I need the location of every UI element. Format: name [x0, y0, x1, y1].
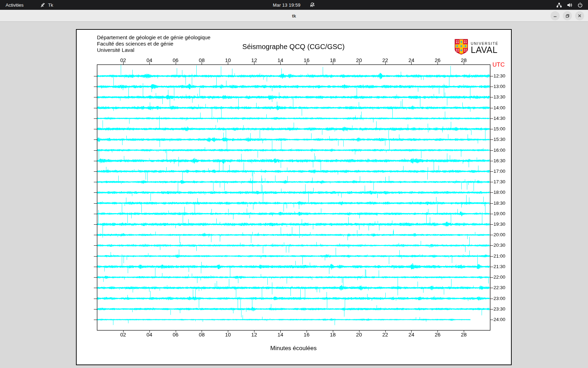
window-titlebar[interactable]: tk [0, 10, 588, 22]
time-row-label: 19:30 [493, 222, 505, 227]
time-row-label: 17:30 [493, 179, 505, 184]
x-tick-label-bottom: 28 [457, 332, 470, 338]
time-row-label: 21:00 [493, 253, 505, 259]
address-line-1: Département de géologie et de génie géol… [97, 34, 210, 41]
plot-title: Séismographe QCQ (CGC/GSC) [97, 43, 490, 51]
time-row-label: 15:30 [493, 137, 505, 142]
x-tick-label-bottom: 08 [195, 332, 208, 338]
seismograph-plot [77, 30, 511, 364]
time-row-label: 15:00 [493, 126, 505, 131]
x-tick-label-bottom: 26 [431, 332, 444, 338]
x-tick-label-top: 16 [300, 57, 313, 63]
time-row-label: 19:00 [493, 211, 505, 216]
time-row-label: 16:30 [493, 158, 505, 163]
x-tick-label-bottom: 14 [274, 332, 287, 338]
clock-area[interactable]: Mar 13 19:59 [273, 0, 315, 10]
time-row-label: 18:00 [493, 190, 505, 195]
window-title: tk [0, 10, 588, 22]
x-tick-label-top: 02 [117, 57, 130, 63]
bell-slash-icon [310, 2, 315, 8]
minimize-button[interactable] [551, 11, 560, 20]
time-row-label: 20:30 [493, 243, 505, 248]
seismograph-canvas-frame: Département de géologie et de génie géol… [76, 29, 512, 365]
tk-app-label: Tk [48, 2, 53, 8]
time-row-label: 17:00 [493, 169, 505, 174]
x-tick-label-top: 22 [379, 57, 392, 63]
x-tick-label-bottom: 20 [352, 332, 366, 338]
x-tick-label-top: 12 [247, 57, 261, 63]
time-row-label: 21:30 [493, 264, 505, 269]
tk-feather-icon [40, 2, 46, 8]
time-row-label: 14:30 [493, 116, 505, 121]
time-row-label: 22:30 [493, 285, 505, 290]
time-row-label: 12:30 [493, 73, 505, 79]
x-tick-label-top: 26 [431, 57, 444, 63]
top-bar: Activities Tk Mar 13 19:59 [0, 0, 588, 10]
time-row-label: 24:00 [493, 317, 505, 322]
volume-icon[interactable] [567, 2, 573, 8]
time-row-label: 22:00 [493, 274, 505, 280]
x-tick-label-top: 06 [169, 57, 182, 63]
close-button[interactable] [575, 11, 584, 20]
x-tick-label-top: 28 [457, 57, 470, 63]
x-tick-label-bottom: 10 [221, 332, 234, 338]
time-row-label: 23:00 [493, 296, 505, 301]
clock[interactable]: Mar 13 19:59 [273, 2, 300, 8]
x-tick-label-top: 04 [143, 57, 156, 63]
x-tick-label-top: 18 [326, 57, 340, 63]
power-icon[interactable] [577, 2, 583, 8]
x-tick-label-bottom: 16 [300, 332, 313, 338]
x-tick-label-bottom: 22 [379, 332, 392, 338]
logo-laval-text: LAVAL [471, 46, 498, 54]
tk-window-content: Département de géologie et de génie géol… [0, 22, 588, 368]
x-tick-label-top: 24 [405, 57, 418, 63]
laval-shield-icon [455, 39, 468, 56]
x-tick-label-top: 14 [274, 57, 287, 63]
x-tick-label-bottom: 12 [247, 332, 261, 338]
activities-button[interactable]: Activities [0, 0, 29, 10]
x-tick-label-top: 20 [352, 57, 366, 63]
time-row-label: 16:00 [493, 148, 505, 153]
utc-label: UTC [492, 61, 505, 68]
time-row-label: 20:00 [493, 232, 505, 237]
network-icon[interactable] [556, 2, 562, 8]
time-row-label: 13:00 [493, 84, 505, 89]
universite-laval-logo: UNIVERSITÉ LAVAL [455, 39, 498, 56]
x-tick-label-top: 08 [195, 57, 208, 63]
tk-app-indicator[interactable]: Tk [37, 0, 56, 10]
x-tick-label-top: 10 [221, 57, 234, 63]
x-tick-label-bottom: 04 [143, 332, 156, 338]
x-tick-label-bottom: 24 [405, 332, 418, 338]
time-row-label: 18:30 [493, 200, 505, 206]
x-tick-label-bottom: 18 [326, 332, 340, 338]
x-tick-label-bottom: 02 [117, 332, 130, 338]
x-axis-title: Minutes écoulées [97, 345, 490, 352]
time-row-label: 14:00 [493, 105, 505, 110]
time-row-label: 23:30 [493, 306, 505, 312]
time-row-label: 13:30 [493, 94, 505, 100]
x-tick-label-bottom: 06 [169, 332, 182, 338]
maximize-button[interactable] [563, 11, 572, 20]
